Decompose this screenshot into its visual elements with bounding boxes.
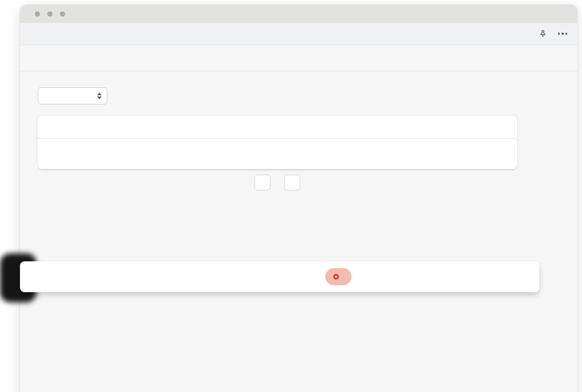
- window-minimize-button[interactable]: [47, 11, 52, 17]
- page-content: [20, 87, 577, 191]
- pagination: [38, 175, 517, 191]
- status-ring-icon: [333, 274, 339, 280]
- window-titlebar: [20, 5, 577, 23]
- window-close-button[interactable]: [35, 11, 40, 17]
- table-header-row: [38, 116, 517, 139]
- callout-status-badge: [325, 268, 351, 285]
- prev-page-button[interactable]: [254, 175, 270, 191]
- more-menu-button[interactable]: [556, 30, 570, 37]
- select-updown-icon: [97, 92, 102, 99]
- pin-icon[interactable]: [538, 29, 548, 39]
- requests-table-card: [38, 116, 517, 169]
- app-window: [20, 5, 577, 392]
- app-toolbar: [20, 23, 577, 45]
- hidden-row-under-callout: [38, 139, 517, 169]
- tab-bar: [20, 45, 577, 71]
- status-filter-select[interactable]: [38, 87, 107, 104]
- magnified-row-callout[interactable]: [20, 261, 539, 292]
- window-zoom-button[interactable]: [60, 11, 65, 17]
- next-page-button[interactable]: [284, 175, 300, 191]
